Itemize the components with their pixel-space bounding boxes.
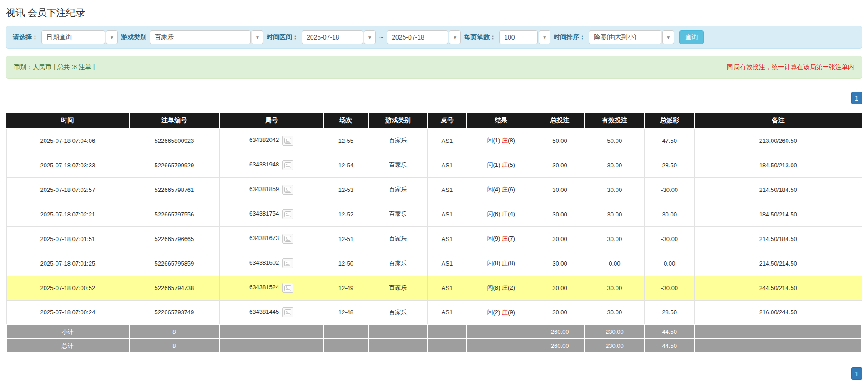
chevron-down-icon[interactable]: ▼ — [539, 30, 550, 44]
round-snapshot-icon[interactable] — [282, 209, 293, 219]
sort-value[interactable]: 降幂(由大到小) — [589, 30, 661, 44]
cell-round-id: 634381673 — [219, 226, 323, 251]
cell-round-id: 634382042 — [219, 128, 323, 153]
table-footer: 小计 8 260.00 230.00 44.50 总计 8 260.00 230… — [6, 325, 862, 353]
cell-total-bet-link[interactable]: 30.00 — [535, 276, 585, 300]
cell-total-bet-link[interactable]: 30.00 — [535, 202, 585, 226]
result-banker-label: 庄 — [502, 161, 508, 168]
header-session: 场次 — [323, 113, 368, 128]
round-snapshot-icon[interactable] — [282, 283, 293, 293]
cell-result: 闲(9) 庄(7) — [467, 226, 535, 251]
cell-time: 2025-07-18 07:02:57 — [6, 177, 129, 202]
chevron-down-icon[interactable]: ▼ — [449, 30, 461, 44]
cell-table-no: AS1 — [427, 128, 467, 153]
date-from-value[interactable]: 2025-07-18 — [302, 30, 363, 44]
cell-valid-bet: 30.00 — [585, 177, 645, 202]
chevron-down-icon[interactable]: ▼ — [252, 30, 263, 44]
page: 视讯 会员下注纪录 请选择： 日期查询 ▼ 游戏类别 百家乐 ▼ 时间区间： 2… — [0, 6, 868, 380]
sort-select[interactable]: 降幂(由大到小) ▼ — [589, 30, 674, 44]
date-to-select[interactable]: 2025-07-18 ▼ — [387, 30, 461, 44]
cell-bet-id: 522665797556 — [129, 202, 220, 226]
round-snapshot-icon[interactable] — [282, 160, 293, 170]
cell-time: 2025-07-18 07:04:06 — [6, 128, 129, 153]
query-type-value[interactable]: 日期查询 — [41, 30, 105, 44]
header-time: 时间 — [6, 113, 129, 128]
header-valid-bet: 有效投注 — [585, 113, 645, 128]
result-banker-value: (2) — [508, 284, 515, 291]
round-snapshot-icon[interactable] — [282, 234, 293, 244]
result-banker-value: (8) — [508, 260, 515, 266]
cell-result: 闲(2) 庄(9) — [467, 300, 535, 325]
result-player-value: (2) — [493, 309, 500, 316]
cell-remark: 184.50/214.50 — [695, 202, 862, 226]
header-round-id: 局号 — [219, 113, 323, 128]
result-player-value: (9) — [493, 235, 500, 242]
header-game-type: 游戏类别 — [368, 113, 428, 128]
cell-result: 闲(4) 庄(6) — [467, 177, 535, 202]
result-player-label: 闲 — [487, 284, 493, 291]
total-valid-bet: 230.00 — [585, 339, 645, 353]
header-bet-id: 注单编号 — [129, 113, 220, 128]
subtotal-count: 8 — [129, 325, 220, 339]
cell-result: 闲(8) 庄(2) — [467, 276, 535, 300]
cell-payout: -30.00 — [645, 177, 695, 202]
cell-remark: 213.00/260.50 — [695, 128, 862, 153]
page-size-label: 每页笔数： — [464, 33, 496, 41]
game-type-label: 游戏类别 — [121, 33, 146, 41]
range-separator: ~ — [379, 34, 384, 41]
cell-total-bet-link[interactable]: 30.00 — [535, 226, 585, 251]
cell-remark: 214.50/184.50 — [695, 177, 862, 202]
round-snapshot-icon[interactable] — [282, 307, 293, 317]
cell-result: 闲(6) 庄(4) — [467, 202, 535, 226]
game-type-select[interactable]: 百家乐 ▼ — [150, 30, 263, 44]
cell-game-type: 百家乐 — [368, 300, 428, 325]
page-size-value[interactable]: 100 — [499, 30, 538, 44]
cell-time: 2025-07-18 07:00:24 — [6, 300, 129, 325]
total-row: 总计 8 260.00 230.00 44.50 — [6, 339, 862, 353]
cell-payout: -30.00 — [645, 276, 695, 300]
cell-remark: 216.00/244.50 — [695, 300, 862, 325]
cell-game-type: 百家乐 — [368, 202, 428, 226]
chevron-down-icon[interactable]: ▼ — [364, 30, 376, 44]
cell-total-bet-link[interactable]: 30.00 — [535, 153, 585, 177]
cell-round-id: 634381602 — [219, 251, 323, 276]
cell-bet-id: 522665795859 — [129, 251, 220, 276]
cell-total-bet-link[interactable]: 30.00 — [535, 251, 585, 276]
page-1-button[interactable]: 1 — [851, 367, 862, 380]
cell-payout: 0.00 — [645, 251, 695, 276]
round-snapshot-icon[interactable] — [282, 185, 293, 195]
result-player-value: (4) — [493, 186, 500, 193]
cell-bet-id: 522665793749 — [129, 300, 220, 325]
summary-bar: 币别：人民币 | 总共 :8 注单 | 同局有效投注，统一计算在该局第一张注单内 — [6, 56, 862, 79]
cell-payout: -30.00 — [645, 226, 695, 251]
cell-total-bet-link[interactable]: 30.00 — [535, 300, 585, 325]
result-player-label: 闲 — [487, 309, 493, 316]
round-id-value: 634381445 — [249, 308, 279, 315]
game-type-value[interactable]: 百家乐 — [150, 30, 251, 44]
round-snapshot-icon[interactable] — [282, 258, 293, 268]
chevron-down-icon[interactable]: ▼ — [106, 30, 118, 44]
cell-result: 闲(1) 庄(5) — [467, 153, 535, 177]
cell-game-type: 百家乐 — [368, 177, 428, 202]
round-id-value: 634381948 — [249, 161, 279, 168]
cell-total-bet-link[interactable]: 30.00 — [535, 177, 585, 202]
round-snapshot-icon[interactable] — [282, 136, 293, 146]
result-banker-value: (8) — [508, 137, 515, 144]
page-size-select[interactable]: 100 ▼ — [499, 30, 550, 44]
cell-table-no: AS1 — [427, 276, 467, 300]
cell-session: 12-49 — [323, 276, 368, 300]
cell-total-bet-link[interactable]: 50.00 — [535, 128, 585, 153]
date-to-value[interactable]: 2025-07-18 — [387, 30, 448, 44]
query-type-select[interactable]: 日期查询 ▼ — [41, 30, 118, 44]
subtotal-payout: 44.50 — [645, 325, 695, 339]
pagination-top: 1 — [6, 92, 862, 104]
search-button[interactable]: 查询 — [679, 30, 704, 44]
page-1-button[interactable]: 1 — [851, 92, 862, 104]
chevron-down-icon[interactable]: ▼ — [662, 30, 674, 44]
date-from-select[interactable]: 2025-07-18 ▼ — [302, 30, 376, 44]
cell-valid-bet: 0.00 — [585, 251, 645, 276]
cell-bet-id: 522665794738 — [129, 276, 220, 300]
total-label: 总计 — [6, 339, 129, 353]
cell-round-id: 634381445 — [219, 300, 323, 325]
summary-text: 币别：人民币 | 总共 :8 注单 | — [14, 63, 95, 71]
